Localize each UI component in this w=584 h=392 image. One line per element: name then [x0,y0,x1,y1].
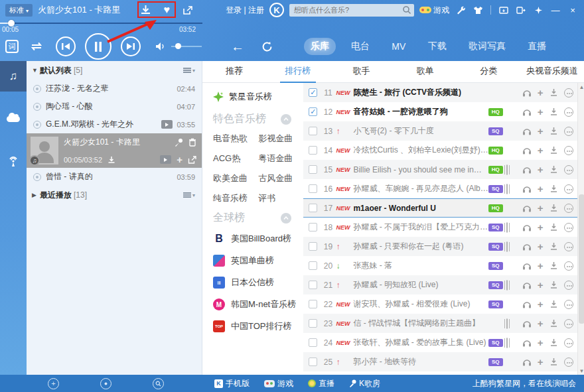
song-row-12[interactable]: ✓12NEW音符姑娘 - 一腔诗意喂了狗HQ+ [303,102,577,121]
nav-tab-MV[interactable]: MV [385,38,412,54]
add-to-playlist-icon[interactable]: + [538,338,544,348]
album-mv-icon[interactable] [506,241,508,252]
content-tab-推荐[interactable]: 推荐 [202,61,266,83]
download-song-icon[interactable] [549,319,558,328]
mic-icon[interactable] [175,138,183,147]
music-identify-circle-icon[interactable] [100,378,111,389]
add-to-playlist-icon[interactable]: + [538,318,544,328]
song-checkbox[interactable] [309,184,317,193]
more-options-icon[interactable] [564,281,573,290]
song-row-21[interactable]: 21↑孙耀威 - 明知故犯 (Live)SQ+ [303,275,577,294]
share-small-icon[interactable] [188,156,196,164]
content-tab-央视音乐频道[interactable]: 央视音乐频道 [520,61,584,83]
default-playlist-header[interactable]: ▼ 默认列表 [5] ▾ [27,61,202,80]
back-icon[interactable]: ← [231,40,244,53]
song-checkbox[interactable] [309,319,317,328]
playlist-song-row[interactable]: 陶心瑶 - 心酸04:07 [27,98,202,115]
download-song-icon[interactable] [549,184,558,193]
song-row-11[interactable]: ✓11NEW陈楚生 - 旅行 (CCTV音乐频道)+ [303,83,577,102]
listen-headphones-icon[interactable] [522,88,532,97]
song-row-15[interactable]: 15NEWBillie Eilish - you should see me i… [303,160,577,179]
download-small-icon[interactable] [108,156,115,164]
song-row-17[interactable]: 17NEWm1aoer - Wonderful UHQ+ [303,198,577,218]
content-tab-排行榜[interactable]: 排行榜 [266,61,330,83]
search-input[interactable] [289,6,414,14]
more-options-icon[interactable] [564,146,573,155]
song-checkbox[interactable] [309,127,317,135]
song-checkbox[interactable] [309,146,317,155]
chart-link-古风金曲[interactable]: 古风金曲 [258,172,303,184]
global-chart-item[interactable]: 英国单曲榜 [213,255,303,267]
minimize-button[interactable]: — [549,4,561,16]
album-mv-icon[interactable] [506,184,508,194]
chart-link-ACG热[interactable]: ACG热 [213,153,258,164]
content-tab-分类[interactable]: 分类 [457,61,520,83]
mini-mode-icon[interactable] [498,4,510,16]
song-row-13[interactable]: 13↑小飞哥(2) - 零下几十度SQ+ [303,121,577,141]
kugou-logo[interactable]: K [269,3,284,17]
chart-link-电音热歌[interactable]: 电音热歌 [213,133,258,145]
chart-link-粤语金曲[interactable]: 粤语金曲 [258,153,303,164]
song-row-23[interactable]: 23NEW信 - 悍战悍城【悍城网络剧主题曲】+ [303,314,577,333]
add-to-playlist-icon[interactable]: + [538,261,544,271]
dock-window-icon[interactable] [515,4,527,16]
listen-headphones-icon[interactable] [522,204,532,212]
global-chart-item[interactable]: TOP中国TOP排行榜 [213,320,303,332]
chart-link-影视金曲[interactable]: 影视金曲 [258,133,303,145]
nav-tab-直播[interactable]: 直播 [521,38,553,55]
listen-headphones-icon[interactable] [522,146,532,155]
previous-button[interactable] [56,36,76,56]
add-to-playlist-icon[interactable]: + [538,203,544,213]
song-checkbox[interactable] [309,281,317,289]
chart-link-评书[interactable]: 评书 [258,192,303,204]
collapse-chevron-icon[interactable] [281,114,291,125]
download-song-icon[interactable] [549,223,558,231]
song-checkbox[interactable] [309,204,317,212]
more-options-icon[interactable] [564,184,573,194]
listen-headphones-icon[interactable] [522,127,532,135]
global-chart-item[interactable]: B美国BillBoard榜 [213,233,303,245]
statusbar-link-游戏[interactable]: 游戏 [264,378,293,389]
dock-item-music-library[interactable]: ♫ [0,61,27,92]
download-song-icon[interactable] [549,127,558,135]
add-to-playlist-icon[interactable]: + [538,357,544,367]
song-row-25[interactable]: 25↑郭小萍 - 地铁等待SQ+ [303,352,577,371]
song-checkbox[interactable] [309,261,317,270]
add-to-playlist-icon[interactable]: + [538,145,544,155]
more-options-icon[interactable] [564,165,573,174]
more-options-icon[interactable] [564,261,573,271]
song-checkbox[interactable] [309,358,317,366]
playlist-menu-icon[interactable]: ▾ [183,68,195,74]
volume-icon[interactable] [155,42,166,51]
skin-shirt-icon[interactable] [472,4,484,16]
collapse-chevron-icon[interactable] [281,213,291,224]
pause-button[interactable] [85,33,111,60]
song-checkbox[interactable] [309,300,317,308]
song-row-19[interactable]: 19↑孙耀威 - 只要和你在一起 (粤语)SQ+ [303,237,577,256]
add-to-playlist-icon[interactable]: + [538,222,544,232]
playlist-song-row[interactable]: G.E.M.邓紫棋 - 光年之外03:55 [27,115,202,133]
more-options-icon[interactable] [564,242,573,251]
download-song-icon[interactable] [549,281,558,289]
statusbar-link-手机版[interactable]: K手机版 [214,378,250,389]
statusbar-link-K歌房[interactable]: K歌房 [349,378,380,389]
download-song-icon[interactable] [549,338,558,347]
listen-headphones-icon[interactable] [522,242,532,251]
download-song-icon[interactable] [549,242,558,251]
add-music-circle-icon[interactable]: + [48,378,59,389]
song-row-18[interactable]: 18NEW孙耀威 - 不属于我的泪【爱上巧克力…SQ+ [303,218,577,237]
song-checkbox[interactable] [309,338,317,347]
refresh-icon[interactable] [261,41,273,52]
listen-headphones-icon[interactable] [522,358,532,366]
mv-icon[interactable] [161,120,173,129]
more-options-icon[interactable] [564,127,573,136]
statusbar-link-直播[interactable]: 直播 [308,378,334,389]
download-song-icon[interactable] [549,107,558,116]
playlist-song-row[interactable]: 汪苏泷 - 无名之辈02:44 [27,80,202,98]
album-mv-icon[interactable] [506,338,508,348]
song-checkbox[interactable] [309,165,317,174]
download-song-icon[interactable] [549,204,558,212]
add-plus-icon[interactable]: + [177,155,183,164]
share-button[interactable] [180,3,196,17]
chart-link-欧美金曲[interactable]: 欧美金曲 [213,172,258,184]
